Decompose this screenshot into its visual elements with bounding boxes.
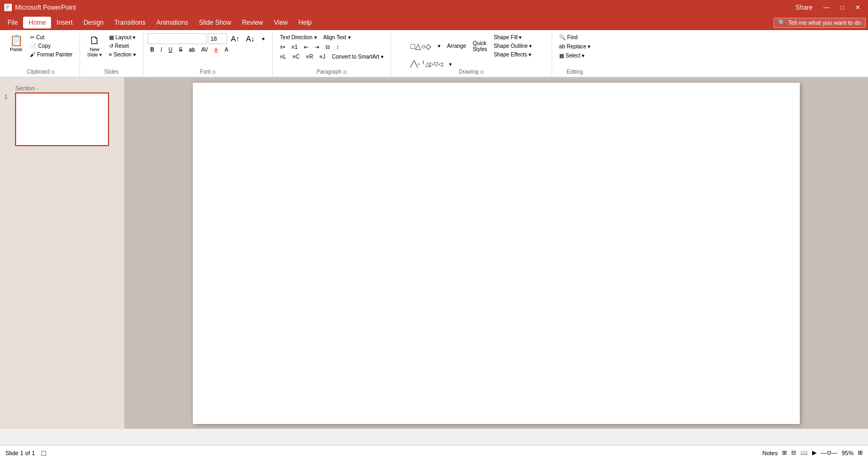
minimize-button[interactable]: — (820, 3, 833, 12)
section-icon: ≡ (109, 52, 112, 58)
drawing-label: Drawing ⊡ (459, 69, 483, 76)
more-shapes-button[interactable]: ▾ (435, 42, 443, 50)
search-box[interactable]: 🔍 Tell me what you want to do (773, 18, 866, 28)
drawing-group: □△○◇ ▾ Arrange QuickStyles Shape Fill ▾ … (391, 32, 552, 77)
close-button[interactable]: ✕ (852, 3, 864, 12)
slide-sorter-button[interactable]: ⊟ (791, 449, 796, 456)
menu-item-home[interactable]: Home (23, 17, 51, 28)
decrease-font-button[interactable]: A↓ (243, 33, 257, 44)
share-button[interactable]: Share (792, 3, 816, 12)
arrange-button[interactable]: Arrange (444, 39, 469, 53)
justify-button[interactable]: ≡J (317, 53, 328, 61)
ribbon-groups: 📋 Paste ✂ Cut 📄 Copy 🖌 Format Painter (2, 32, 866, 77)
maximize-button[interactable]: □ (837, 3, 848, 12)
bullets-button[interactable]: ≡• (277, 43, 287, 51)
search-placeholder: Tell me what you want to do (788, 19, 861, 26)
paste-button[interactable]: 📋 Paste (6, 33, 26, 54)
paragraph-row3: ≡L ≡C ≡R ≡J Convert to SmartArt ▾ (277, 53, 386, 61)
more-drawing-button[interactable]: ▾ (446, 60, 454, 68)
menu-item-insert[interactable]: Insert (51, 17, 78, 28)
shapes-button[interactable]: □△○◇ (408, 41, 434, 52)
zoom-slider[interactable]: —⊙— (821, 449, 837, 456)
clipboard-content: 📋 Paste ✂ Cut 📄 Copy 🖌 Format Painter (6, 33, 75, 69)
numbering-button[interactable]: ≡1 (289, 43, 300, 51)
align-text-button[interactable]: Align Text ▾ (321, 33, 353, 41)
menu-item-review[interactable]: Review (236, 17, 268, 28)
menu-item-view[interactable]: View (269, 17, 293, 28)
paragraph-label: Paragraph ⊡ (316, 69, 346, 76)
menu-item-file[interactable]: File (2, 17, 23, 28)
menu-item-animations[interactable]: Animations (151, 17, 193, 28)
line-tools[interactable]: ╱╲╴╵△▷▽◁ (408, 60, 445, 69)
format-painter-button[interactable]: 🖌 Format Painter (27, 51, 75, 59)
slides-col: ▦ Layout ▾ ↺ Reset ≡ Section ▾ (106, 33, 139, 59)
menu-item-design[interactable]: Design (78, 17, 108, 28)
status-right: Notes ⊞ ⊟ 📖 ▶ —⊙— 95% ⊞ (762, 449, 863, 456)
align-left-button[interactable]: ≡L (277, 53, 288, 61)
shape-effects-button[interactable]: Shape Effects ▾ (491, 51, 534, 59)
select-button[interactable]: ▦ Select ▾ (556, 52, 588, 60)
canvas-area[interactable] (125, 77, 868, 429)
font-label: Font ⊡ (200, 69, 216, 76)
cut-button[interactable]: ✂ Cut (27, 33, 75, 41)
shape-fill-button[interactable]: Shape Fill ▾ (491, 33, 534, 41)
font-name-input[interactable] (148, 33, 207, 44)
reading-view-button[interactable]: 📖 (800, 449, 808, 456)
italic-button[interactable]: I (158, 46, 165, 54)
strikethrough-button[interactable]: S (176, 46, 185, 54)
font-color-button[interactable]: A̲ (212, 46, 221, 54)
fit-window-button[interactable]: ⊞ (858, 449, 863, 456)
menu-item-slideshow[interactable]: Slide Show (193, 17, 236, 28)
reset-icon: ↺ (109, 43, 113, 49)
align-center-button[interactable]: ≡C (290, 53, 302, 61)
replace-button[interactable]: ab Replace ▾ (556, 42, 594, 51)
slides-label: Slides (104, 69, 119, 76)
title-bar-right: Share — □ ✕ (792, 3, 864, 12)
align-right-button[interactable]: ≡R (303, 53, 316, 61)
slide-panel-item: 1 (4, 92, 120, 146)
cut-icon: ✂ (30, 34, 34, 40)
menu-item-transitions[interactable]: Transitions (109, 17, 151, 28)
highlight-button[interactable]: A (222, 46, 231, 54)
quick-styles-button[interactable]: QuickStyles (470, 39, 490, 53)
paragraph-content: Text Direction ▾ Align Text ▾ ≡• ≡1 ⇤ ⇥ … (277, 33, 386, 69)
zoom-level: 95% (842, 450, 853, 456)
text-direction-button[interactable]: Text Direction ▾ (277, 33, 319, 41)
bold-button[interactable]: B (148, 46, 157, 54)
menu-item-help[interactable]: Help (293, 17, 317, 28)
find-icon: 🔍 (559, 34, 566, 40)
section-button[interactable]: ≡ Section ▾ (106, 51, 139, 59)
notes-button[interactable]: Notes (762, 450, 778, 456)
slide-canvas[interactable] (193, 83, 800, 424)
normal-view-button[interactable]: ⊞ (782, 449, 787, 456)
shadow-button[interactable]: ab (186, 46, 198, 54)
font-size-input[interactable] (208, 33, 227, 44)
new-slide-button[interactable]: 🗋 NewSlide ▾ (84, 33, 105, 59)
underline-button[interactable]: U (166, 46, 175, 54)
reset-button[interactable]: ↺ Reset (106, 42, 139, 50)
line-spacing-button[interactable]: ↕ (334, 43, 342, 51)
slideshow-button[interactable]: ▶ (812, 449, 816, 456)
slide-number: 1 (4, 92, 12, 100)
paragraph-row2: ≡• ≡1 ⇤ ⇥ ⊟ ↕ (277, 43, 342, 51)
char-spacing-button[interactable]: AV (199, 46, 211, 54)
slides-group: 🗋 NewSlide ▾ ▦ Layout ▾ ↺ Reset ≡ Sectio… (80, 32, 143, 77)
layout-button[interactable]: ▦ Layout ▾ (106, 33, 139, 41)
slide-thumbnail[interactable] (15, 92, 109, 146)
title-bar-left: 🅿 Microsoft PowerPoint (4, 3, 76, 12)
app-icon: 🅿 (4, 3, 12, 12)
shape-outline-button[interactable]: Shape Outline ▾ (491, 42, 534, 50)
clear-format-button[interactable]: ✦ (258, 35, 268, 43)
menu-bar: File Home Insert Design Transitions Anim… (0, 15, 868, 30)
format-painter-icon: 🖌 (30, 52, 35, 58)
smartart-button[interactable]: Convert to SmartArt ▾ (329, 53, 386, 61)
font-content: A↑ A↓ ✦ B I U S ab AV A̲ A (148, 33, 269, 69)
increase-font-button[interactable]: A↑ (228, 33, 242, 44)
columns-button[interactable]: ⊟ (323, 43, 332, 51)
copy-button[interactable]: 📄 Copy (27, 42, 75, 50)
find-button[interactable]: 🔍 Find (556, 33, 580, 41)
increase-indent-button[interactable]: ⇥ (312, 43, 322, 51)
title-bar-title: Microsoft PowerPoint (15, 4, 76, 11)
drawing-row2: ╱╲╴╵△▷▽◁ ▾ (408, 60, 454, 69)
decrease-indent-button[interactable]: ⇤ (301, 43, 311, 51)
